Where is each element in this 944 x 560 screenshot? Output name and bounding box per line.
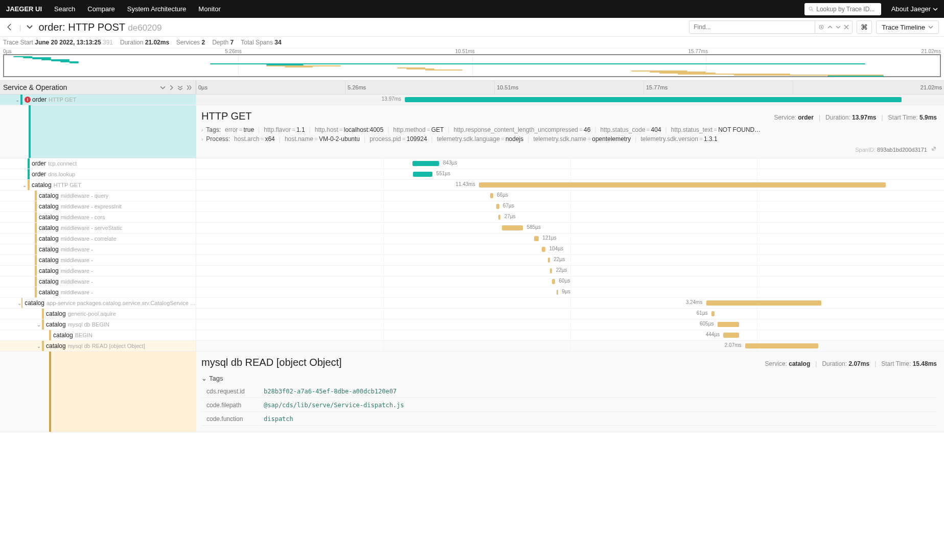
span-bar-cell[interactable]: 121µs bbox=[196, 234, 944, 244]
error-icon: ! bbox=[25, 97, 31, 103]
span-bar-cell[interactable]: 67µs bbox=[196, 201, 944, 212]
chevron-up-icon[interactable] bbox=[827, 25, 833, 30]
span-row[interactable]: catalog middleware - cors 27µs bbox=[0, 212, 944, 223]
span-row[interactable]: ⌄ catalog app-service packages.catalog.s… bbox=[0, 298, 944, 309]
service-name: order bbox=[32, 160, 46, 167]
span-row[interactable]: ⌄ catalog mysql db BEGIN 605µs bbox=[0, 319, 944, 330]
span-row[interactable]: catalog middleware - 60µs bbox=[0, 276, 944, 287]
span-bar-cell[interactable]: 551µs bbox=[196, 169, 944, 179]
lookup-trace[interactable] bbox=[804, 3, 881, 15]
back-arrow-icon[interactable] bbox=[5, 22, 14, 32]
target-icon[interactable] bbox=[818, 24, 824, 30]
span-name-cell[interactable]: catalog middleware - bbox=[0, 255, 196, 265]
process-row[interactable]: ›Process:host.arch=x64|host.name=VM-0-2-… bbox=[201, 135, 937, 143]
tags-row[interactable]: ›Tags:error=true|http.flavor=1.1|http.ho… bbox=[201, 126, 937, 133]
span-row[interactable]: catalog middleware - expressInit 67µs bbox=[0, 201, 944, 212]
close-icon[interactable] bbox=[844, 25, 849, 30]
link-icon[interactable] bbox=[931, 146, 937, 152]
span-row[interactable]: catalog middleware - 9µs bbox=[0, 287, 944, 298]
nav-compare[interactable]: Compare bbox=[87, 5, 114, 13]
span-bar-cell[interactable]: 22µs bbox=[196, 266, 944, 276]
span-bar-cell[interactable]: 11.43ms bbox=[196, 180, 944, 190]
chevron-down-icon bbox=[933, 7, 938, 12]
brand[interactable]: JAEGER UI bbox=[6, 5, 42, 13]
tag-row[interactable]: code.functiondispatch bbox=[202, 413, 936, 426]
toggle-icon[interactable]: ⌄ bbox=[14, 97, 20, 103]
span-name-cell[interactable]: catalog middleware - cors bbox=[0, 212, 196, 222]
span-name-cell[interactable]: catalog middleware - expressInit bbox=[0, 201, 196, 212]
tag-row[interactable]: code.filepath@sap/cds/lib/serve/Service-… bbox=[202, 399, 936, 412]
span-bar-cell[interactable]: 66µs bbox=[196, 191, 944, 201]
chevron-down-icon[interactable] bbox=[26, 24, 33, 31]
keyboard-shortcut-button[interactable]: ⌘ bbox=[857, 20, 872, 34]
span-bar-cell[interactable]: 104µs bbox=[196, 244, 944, 254]
chevron-down-icon[interactable] bbox=[836, 25, 841, 30]
lookup-input[interactable] bbox=[816, 6, 877, 13]
find-box[interactable] bbox=[689, 20, 853, 34]
span-name-cell[interactable]: ⌄ catalog HTTP GET bbox=[0, 180, 196, 190]
toggle-icon[interactable]: ⌄ bbox=[36, 322, 42, 328]
double-chevron-right-icon[interactable] bbox=[186, 85, 192, 90]
tags-heading[interactable]: ⌄Tags bbox=[201, 372, 937, 384]
tag-row[interactable]: cds.request.idb28b3f02-a7a6-45ef-8dbe-a0… bbox=[202, 385, 936, 398]
span-name-cell[interactable]: catalog middleware - bbox=[0, 276, 196, 287]
nav-architecture[interactable]: System Architecture bbox=[127, 5, 187, 13]
span-row[interactable]: ⌄ catalog HTTP GET 11.43ms bbox=[0, 180, 944, 191]
span-name-cell[interactable]: ⌄ ! order HTTP GET bbox=[0, 95, 196, 105]
operation-name: middleware - query bbox=[61, 193, 109, 199]
span-bar-cell[interactable]: 585µs bbox=[196, 223, 944, 233]
span-row[interactable]: ⌄ catalog mysql db READ [object Object] … bbox=[0, 341, 944, 352]
span-bar-cell[interactable]: 444µs bbox=[196, 330, 944, 340]
span-bar-cell[interactable]: 22µs bbox=[196, 255, 944, 265]
span-row[interactable]: catalog BEGIN 444µs bbox=[0, 330, 944, 341]
span-name-cell[interactable]: catalog middleware - query bbox=[0, 191, 196, 201]
span-bar-cell[interactable]: 843µs bbox=[196, 158, 944, 169]
span-row[interactable]: order dns.lookup 551µs bbox=[0, 169, 944, 180]
span-bar-cell[interactable]: 2.07ms bbox=[196, 341, 944, 351]
toggle-icon[interactable]: ⌄ bbox=[36, 343, 42, 349]
chevron-down-icon[interactable] bbox=[160, 85, 166, 90]
span-name-cell[interactable]: ⌄ catalog app-service packages.catalog.s… bbox=[0, 298, 196, 308]
span-row[interactable]: catalog middleware - 22µs bbox=[0, 266, 944, 276]
span-row[interactable]: ⌄ ! order HTTP GET 13.97ms bbox=[0, 95, 944, 105]
service-name: catalog bbox=[32, 181, 52, 189]
span-name-cell[interactable]: ⌄ catalog mysql db READ [object Object] bbox=[0, 341, 196, 351]
span-bar-cell[interactable]: 61µs bbox=[196, 309, 944, 319]
span-name-cell[interactable]: catalog middleware - bbox=[0, 244, 196, 254]
span-row[interactable]: catalog middleware - 104µs bbox=[0, 244, 944, 255]
minimap[interactable]: 0µs5.26ms10.51ms15.77ms21.02ms bbox=[0, 49, 944, 77]
find-input[interactable] bbox=[689, 24, 815, 31]
span-name-cell[interactable]: catalog BEGIN bbox=[0, 330, 196, 340]
nav-monitor[interactable]: Monitor bbox=[198, 5, 220, 13]
view-selector[interactable]: Trace Timeline bbox=[876, 20, 939, 34]
span-name-cell[interactable]: catalog middleware - bbox=[0, 287, 196, 297]
nav-search[interactable]: Search bbox=[54, 5, 75, 13]
span-bar-cell[interactable]: 13.97ms bbox=[196, 95, 944, 105]
span-bar-cell[interactable]: 3.24ms bbox=[196, 298, 944, 308]
span-name-cell[interactable]: catalog middleware - serveStatic bbox=[0, 223, 196, 233]
span-name-cell[interactable]: catalog middleware - bbox=[0, 266, 196, 276]
double-chevron-down-icon[interactable] bbox=[177, 85, 183, 90]
duration-label: 121µs bbox=[542, 235, 556, 241]
span-name-cell[interactable]: catalog middleware - correlate bbox=[0, 234, 196, 244]
toggle-icon[interactable]: ⌄ bbox=[21, 182, 28, 188]
span-name-cell[interactable]: ⌄ catalog mysql db BEGIN bbox=[0, 319, 196, 330]
chevron-right-icon[interactable] bbox=[169, 85, 174, 90]
svg-point-1 bbox=[821, 27, 822, 28]
service-name: order bbox=[32, 171, 46, 178]
span-row[interactable]: catalog middleware - query 66µs bbox=[0, 191, 944, 201]
about-menu[interactable]: About Jaeger bbox=[891, 5, 938, 13]
span-row[interactable]: order tcp.connect 843µs bbox=[0, 158, 944, 169]
span-row[interactable]: catalog middleware - correlate 121µs bbox=[0, 234, 944, 244]
span-row[interactable]: catalog middleware - serveStatic 585µs bbox=[0, 223, 944, 234]
toggle-icon[interactable]: ⌄ bbox=[17, 300, 21, 306]
span-bar-cell[interactable]: 60µs bbox=[196, 276, 944, 287]
span-bar-cell[interactable]: 27µs bbox=[196, 212, 944, 222]
span-bar-cell[interactable]: 605µs bbox=[196, 319, 944, 330]
span-row[interactable]: catalog middleware - 22µs bbox=[0, 255, 944, 266]
span-name-cell[interactable]: order dns.lookup bbox=[0, 169, 196, 179]
span-bar-cell[interactable]: 9µs bbox=[196, 287, 944, 297]
span-name-cell[interactable]: catalog generic-pool.aquire bbox=[0, 309, 196, 319]
span-row[interactable]: catalog generic-pool.aquire 61µs bbox=[0, 309, 944, 319]
span-name-cell[interactable]: order tcp.connect bbox=[0, 158, 196, 169]
